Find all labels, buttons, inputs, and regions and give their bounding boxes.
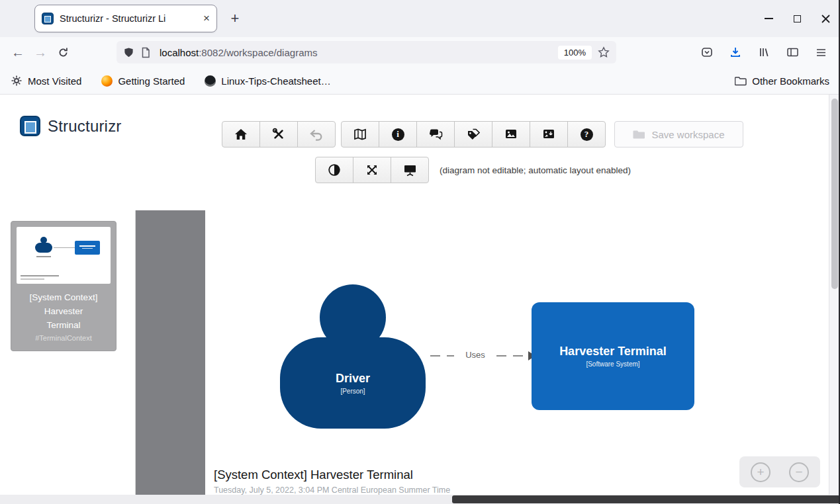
toolbar-group-general — [222, 121, 336, 147]
structurizr-brand[interactable]: Structurizr — [20, 116, 122, 136]
structurizr-favicon — [42, 13, 54, 24]
url-text[interactable]: localhost:8082/workspace/diagrams — [160, 47, 552, 58]
person-element[interactable]: Driver [Person] — [280, 337, 426, 429]
other-bookmarks-label: Other Bookmarks — [752, 75, 829, 87]
export-svg-button[interactable] — [530, 121, 568, 147]
fullscreen-button[interactable] — [353, 157, 391, 183]
system-metadata: [Software System] — [586, 360, 639, 368]
thumbnail-title-line: Terminal — [17, 318, 111, 332]
hamburger-icon — [816, 47, 827, 58]
help-button[interactable]: ? — [567, 121, 606, 147]
relationship-label[interactable]: Uses — [454, 350, 496, 360]
back-button[interactable]: ← — [7, 41, 29, 63]
minimize-button[interactable] — [764, 14, 774, 24]
map-icon — [353, 128, 367, 141]
thumbnail-tag: #TerminalContext — [17, 334, 111, 342]
home-button[interactable] — [222, 121, 260, 147]
zoom-controls: + − — [739, 456, 820, 487]
folder-icon — [735, 75, 747, 87]
other-bookmarks[interactable]: Other Bookmarks — [735, 75, 829, 87]
structurizr-page: Structurizr — [0, 95, 829, 495]
tab-close-icon[interactable]: × — [203, 12, 210, 25]
bookmark-linux-tips[interactable]: Linux-Tips-Cheatsheet… — [205, 75, 330, 87]
navbar-right-icons — [697, 42, 833, 62]
horizontal-scrollbar-thumb[interactable] — [452, 495, 840, 503]
presentation-icon — [403, 163, 417, 177]
folder-icon — [633, 129, 645, 140]
maximize-button[interactable] — [792, 14, 802, 24]
save-workspace-button[interactable]: Save workspace — [614, 121, 743, 147]
diagram-canvas[interactable]: Driver [Person] Uses Harvester Terminal … — [205, 210, 829, 495]
help-icon: ? — [581, 128, 593, 141]
export-png-button[interactable] — [492, 121, 530, 147]
info-button[interactable]: i — [379, 121, 417, 147]
bookmark-label: Most Visited — [28, 75, 81, 87]
diagram-toolbar-row1: i — [222, 121, 606, 147]
diagram-title: [System Context] Harvester Terminal — [214, 468, 413, 482]
diagram-toolbar-row2: (diagram not editable; automatic layout … — [315, 157, 631, 183]
zoom-in-button[interactable]: + — [751, 462, 770, 482]
navigation-toolbar: ← → localhost:8082/workspace/diagrams 10… — [0, 37, 840, 67]
github-icon — [205, 75, 216, 87]
presentation-button[interactable] — [391, 157, 429, 183]
undo-icon — [309, 128, 324, 141]
pocket-icon — [701, 46, 713, 58]
save-workspace-label: Save workspace — [651, 129, 724, 140]
comments-button[interactable] — [416, 121, 455, 147]
close-button[interactable] — [821, 14, 831, 24]
tab-title: Structurizr - Structurizr Li — [60, 13, 199, 24]
titlebar: Structurizr - Structurizr Li × + — [0, 0, 840, 37]
minimize-icon — [765, 18, 773, 19]
window-controls — [764, 0, 831, 37]
horizontal-scrollbar[interactable] — [0, 495, 840, 504]
tags-button[interactable] — [454, 121, 492, 147]
pocket-button[interactable] — [697, 42, 717, 62]
thumbnail-title-line: [System Context] — [17, 290, 111, 304]
bookmark-getting-started[interactable]: Getting Started — [101, 75, 185, 87]
page-info-icon[interactable] — [140, 47, 151, 58]
url-bar[interactable]: localhost:8082/workspace/diagrams 100% — [117, 41, 616, 63]
reload-button[interactable] — [52, 41, 74, 63]
forward-button[interactable]: → — [29, 41, 52, 63]
structurizr-header: Structurizr — [0, 95, 829, 210]
menu-button[interactable] — [811, 42, 831, 62]
tools-icon — [272, 128, 285, 141]
library-icon — [758, 46, 770, 58]
zoom-out-button[interactable]: − — [789, 462, 809, 482]
undo-button[interactable] — [297, 121, 336, 147]
url-host: localhost — [160, 47, 199, 58]
comments-icon — [429, 128, 443, 141]
bookmark-star-icon[interactable] — [598, 46, 610, 58]
software-system-element[interactable]: Harvester Terminal [Software System] — [532, 302, 694, 410]
downloads-button[interactable] — [725, 42, 745, 62]
home-icon — [234, 128, 248, 141]
library-button[interactable] — [754, 42, 774, 62]
close-icon — [821, 15, 830, 23]
tools-button[interactable] — [259, 121, 298, 147]
sidebar-toggle-icon — [786, 46, 799, 58]
browser-tab[interactable]: Structurizr - Structurizr Li × — [34, 5, 217, 32]
fullscreen-icon — [365, 163, 379, 177]
structurizr-logo — [20, 116, 40, 136]
contrast-icon — [328, 163, 341, 177]
diagram-thumbnail-image — [17, 227, 111, 284]
diagram-thumbnail-card[interactable]: [System Context] Harvester Terminal #Ter… — [11, 221, 117, 351]
page-zoom-badge[interactable]: 100% — [558, 46, 592, 60]
mini-caption-line — [21, 275, 59, 276]
contrast-button[interactable] — [315, 157, 353, 183]
explore-button[interactable] — [341, 121, 379, 147]
workspace-area: [System Context] Harvester Terminal #Ter… — [0, 210, 829, 495]
diagram-list-sidebar: [System Context] Harvester Terminal #Ter… — [0, 210, 136, 495]
tags-icon — [467, 128, 480, 141]
mini-caption-line — [21, 278, 44, 280]
diagram-viewport[interactable]: Driver [Person] Uses Harvester Terminal … — [136, 210, 829, 495]
sidebar-toggle-button[interactable] — [782, 42, 802, 62]
image-export-icon — [504, 128, 518, 141]
bookmark-most-visited[interactable]: Most Visited — [11, 75, 81, 87]
new-tab-button[interactable]: + — [225, 9, 245, 28]
download-icon — [729, 46, 741, 58]
toolbar-group-view — [315, 157, 429, 183]
info-icon: i — [392, 128, 404, 141]
toolbar-group-diagram: i — [341, 121, 606, 147]
vertical-scrollbar-thumb[interactable] — [831, 99, 838, 289]
